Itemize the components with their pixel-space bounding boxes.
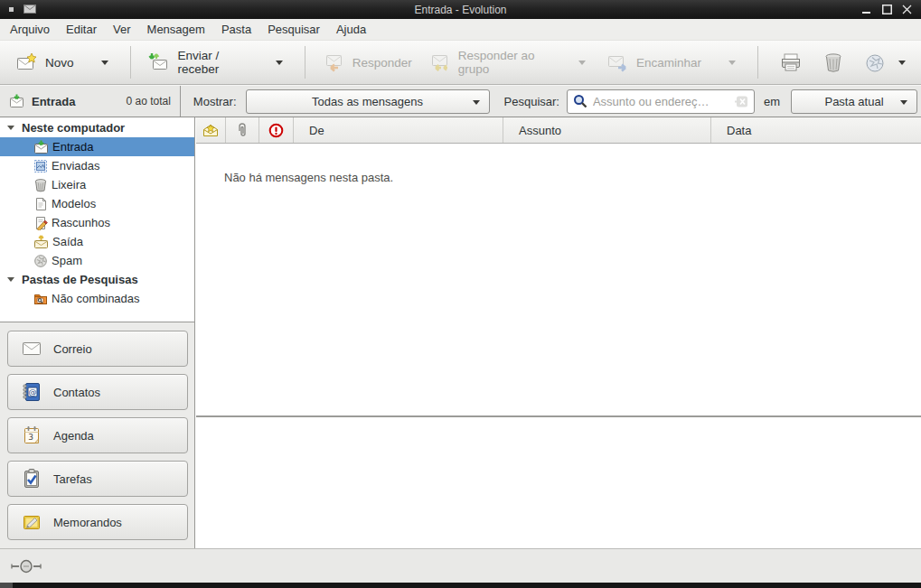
forward-button[interactable]: Encaminhar: [598, 45, 748, 79]
folder-item-lixeira[interactable]: Lixeira: [0, 175, 194, 194]
folder-item-nao-combinadas[interactable]: Não combinadas: [0, 289, 194, 308]
minimize-button[interactable]: [860, 3, 874, 16]
message-status-icon: [202, 124, 219, 137]
maximize-button[interactable]: [879, 3, 894, 16]
junk-button[interactable]: [856, 45, 894, 79]
folder-label: Não combinadas: [52, 292, 140, 305]
column-date[interactable]: Data: [711, 117, 921, 143]
folder-label: Rascunhos: [52, 216, 110, 229]
tree-group-search-folders[interactable]: Pastas de Pesquisas: [0, 270, 194, 289]
message-count: 0 ao total: [126, 95, 170, 107]
svg-text:3: 3: [28, 433, 33, 442]
outbox-icon: [33, 235, 49, 249]
switcher-label: Tarefas: [53, 472, 92, 486]
folder-label: Saída: [52, 235, 83, 248]
menu-arquivo[interactable]: Arquivo: [2, 20, 58, 39]
delete-button[interactable]: [814, 45, 852, 79]
window-title: Entrada - Evolution: [0, 4, 921, 16]
folder-item-modelos[interactable]: Modelos: [0, 194, 194, 213]
search-scope-dropdown[interactable]: Pasta atual: [791, 89, 917, 114]
search-label: Pesquisar:: [504, 95, 559, 108]
main-toolbar: Novo Enviar / receber Responder: [0, 41, 921, 85]
column-subject[interactable]: Assunto: [503, 117, 711, 143]
new-button-label: Novo: [45, 56, 74, 70]
toolbar-overflow-arrow[interactable]: [894, 57, 910, 69]
tasks-icon: [21, 468, 42, 490]
forward-icon: [606, 51, 628, 73]
switcher-label: Memorandos: [53, 516, 122, 529]
send-receive-button[interactable]: Enviar / receber: [139, 45, 295, 79]
tree-group-this-computer[interactable]: Neste computador: [0, 118, 194, 137]
reply-group-label: Responder ao grupo: [458, 49, 551, 76]
switcher-label: Correio: [53, 342, 92, 356]
chevron-down-icon: [900, 100, 907, 105]
reply-button[interactable]: Responder: [315, 45, 420, 79]
show-filter-dropdown[interactable]: Todas as mensagens: [246, 89, 490, 114]
templates-icon: [33, 197, 48, 211]
forward-dropdown-arrow[interactable]: [724, 57, 740, 69]
folder-item-enviadas[interactable]: Enviadas: [0, 156, 194, 175]
column-attachment[interactable]: [226, 117, 259, 143]
printer-icon: [779, 51, 803, 73]
print-button[interactable]: [771, 45, 811, 79]
sent-icon: [33, 159, 48, 173]
preview-pane[interactable]: [196, 417, 921, 548]
window-menu-dot-icon[interactable]: [9, 7, 14, 12]
folder-item-entrada[interactable]: Entrada: [0, 137, 194, 156]
reply-label: Responder: [352, 56, 412, 70]
switcher-contacts-button[interactable]: @ Contatos: [7, 374, 188, 410]
menu-bar: Arquivo Editar Ver Mensagem Pasta Pesqui…: [0, 19, 921, 41]
reply-group-dropdown-arrow[interactable]: [574, 57, 590, 69]
current-folder-indicator: Entrada 0 ao total: [0, 86, 181, 117]
message-list[interactable]: Não há mensagens nesta pasta.: [196, 144, 921, 415]
toolbar-separator: [130, 46, 131, 79]
menu-ajuda[interactable]: Ajuda: [328, 20, 374, 39]
new-button[interactable]: Novo: [7, 45, 121, 79]
search-panel: Mostrar: Todas as mensagens Pesquisar:: [181, 86, 921, 117]
column-status[interactable]: [196, 117, 226, 143]
drafts-icon: [33, 216, 48, 230]
reply-group-button[interactable]: Responder ao grupo: [420, 45, 598, 79]
switcher-tasks-button[interactable]: Tarefas: [7, 461, 188, 497]
folder-item-spam[interactable]: Spam: [0, 251, 194, 270]
menu-ver[interactable]: Ver: [105, 20, 139, 39]
send-receive-icon: [147, 51, 169, 73]
memos-icon: [21, 511, 42, 533]
chevron-down-icon: [473, 100, 480, 105]
column-from[interactable]: De: [294, 117, 503, 143]
column-priority[interactable]: [259, 117, 294, 143]
folder-tree: Neste computador Entrada Enviadas: [0, 117, 195, 322]
folder-item-rascunhos[interactable]: Rascunhos: [0, 213, 194, 232]
toolbar-separator: [305, 46, 305, 79]
folder-label: Spam: [52, 254, 82, 267]
expander-icon[interactable]: [7, 277, 14, 282]
menu-pasta[interactable]: Pasta: [213, 20, 259, 39]
folder-item-saida[interactable]: Saída: [0, 232, 194, 251]
switcher-label: Contatos: [53, 386, 100, 399]
paperclip-icon: [237, 123, 248, 138]
switcher-calendar-button[interactable]: 3 Agenda: [7, 417, 188, 453]
clear-search-icon[interactable]: [735, 96, 748, 107]
search-box: [567, 89, 755, 114]
online-status-button[interactable]: [11, 559, 43, 574]
switcher-memos-button[interactable]: Memorandos: [7, 504, 188, 540]
status-bar: [0, 548, 921, 583]
priority-icon: [268, 123, 284, 138]
folder-label: Lixeira: [52, 178, 86, 191]
menu-pesquisar[interactable]: Pesquisar: [259, 20, 328, 39]
reply-group-icon: [428, 51, 450, 73]
contacts-icon: @: [21, 381, 42, 403]
search-icon: [573, 94, 587, 108]
in-label: em: [764, 95, 780, 108]
menu-mensagem[interactable]: Mensagem: [139, 20, 213, 39]
folder-label: Modelos: [52, 197, 96, 210]
new-dropdown-arrow[interactable]: [97, 57, 113, 69]
switcher-mail-button[interactable]: Correio: [7, 331, 188, 367]
menu-editar[interactable]: Editar: [58, 20, 105, 39]
send-receive-dropdown-arrow[interactable]: [271, 57, 287, 69]
close-button[interactable]: [899, 3, 914, 16]
title-bar: Entrada - Evolution: [0, 0, 921, 19]
app-envelope-icon: [23, 5, 36, 14]
search-input[interactable]: [593, 95, 735, 108]
expander-icon[interactable]: [7, 126, 14, 130]
